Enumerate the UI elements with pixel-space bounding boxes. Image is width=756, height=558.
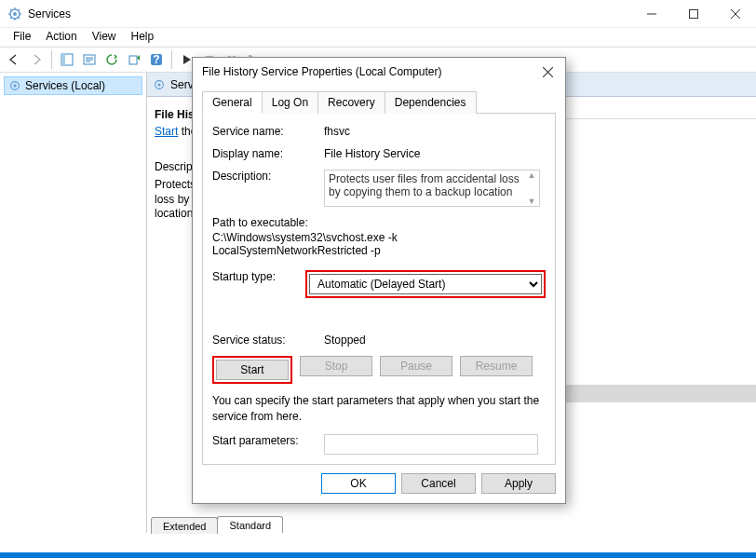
svg-rect-2 — [689, 9, 697, 18]
tree-item-services-local[interactable]: Services (Local) — [4, 76, 142, 95]
label-startup-type: Startup type: — [212, 270, 305, 283]
navigation-pane: Services (Local) — [0, 73, 147, 533]
maximize-button[interactable] — [672, 0, 714, 28]
svg-rect-4 — [61, 54, 65, 65]
stop-button: Stop — [300, 356, 372, 376]
description-box[interactable]: Protects user files from accidental loss… — [324, 170, 540, 207]
menu-file[interactable]: File — [6, 28, 38, 47]
svg-point-1 — [13, 12, 17, 16]
label-service-status: Service status: — [212, 333, 324, 347]
menu-action[interactable]: Action — [38, 28, 84, 47]
minimize-button[interactable] — [630, 0, 672, 28]
detail-pane-icon[interactable] — [57, 49, 77, 70]
apply-button[interactable]: Apply — [481, 473, 556, 494]
menu-help[interactable]: Help — [124, 28, 162, 47]
properties-icon[interactable] — [79, 49, 100, 70]
dialog-close-button[interactable] — [533, 59, 561, 85]
window-title: Services — [28, 7, 630, 20]
svg-text:?: ? — [153, 53, 159, 66]
refresh-icon[interactable] — [101, 49, 122, 70]
view-tabs: Extended Standard — [147, 512, 756, 533]
start-button[interactable]: Start — [216, 360, 289, 380]
resume-button: Resume — [460, 356, 533, 376]
highlight-startup-type: Automatic (Delayed Start) — [305, 270, 546, 298]
svg-point-14 — [13, 84, 16, 87]
window-border — [0, 552, 756, 558]
start-parameters-input[interactable] — [324, 434, 538, 455]
gear-icon — [8, 79, 21, 92]
tab-log-on[interactable]: Log On — [262, 91, 318, 114]
export-icon[interactable] — [124, 49, 144, 70]
dialog-title: File History Service Properties (Local C… — [202, 65, 533, 78]
value-service-name: fhsvc — [324, 125, 546, 138]
back-button[interactable] — [4, 49, 24, 70]
properties-dialog: File History Service Properties (Local C… — [192, 57, 566, 504]
tab-standard[interactable]: Standard — [217, 516, 283, 533]
scroll-up-icon[interactable]: ▲ — [528, 170, 536, 180]
value-service-status: Stopped — [324, 333, 546, 347]
tab-recovery[interactable]: Recovery — [317, 91, 385, 114]
menubar: File Action View Help — [0, 28, 756, 47]
tab-extended[interactable]: Extended — [151, 517, 218, 534]
value-display-name: File History Service — [324, 147, 546, 160]
svg-point-16 — [157, 83, 160, 86]
hint-text: You can specify the start parameters tha… — [212, 393, 546, 425]
svg-rect-6 — [129, 56, 137, 64]
label-description: Description: — [212, 170, 324, 183]
tree-item-label: Services (Local) — [25, 79, 105, 92]
menu-view[interactable]: View — [85, 28, 124, 47]
start-link[interactable]: Start — [155, 125, 178, 138]
highlight-start-button: Start — [212, 356, 292, 384]
forward-button[interactable] — [26, 49, 47, 70]
value-path: C:\Windows\system32\svchost.exe -k Local… — [212, 231, 546, 257]
tab-dependencies[interactable]: Dependencies — [385, 91, 477, 114]
scroll-down-icon[interactable]: ▼ — [528, 197, 536, 206]
services-icon — [7, 7, 22, 21]
value-description: Protects user files from accidental loss… — [329, 172, 520, 198]
label-path: Path to executable: — [212, 216, 546, 229]
startup-type-select[interactable]: Automatic (Delayed Start) — [309, 274, 542, 294]
ok-button[interactable]: OK — [321, 473, 396, 494]
close-button[interactable] — [714, 0, 756, 28]
cancel-button[interactable]: Cancel — [401, 473, 476, 494]
label-display-name: Display name: — [212, 147, 324, 160]
gear-icon — [153, 78, 166, 91]
pause-button: Pause — [380, 356, 452, 376]
label-service-name: Service name: — [212, 125, 324, 138]
help-icon[interactable]: ? — [146, 49, 167, 70]
window-titlebar: Services — [0, 0, 756, 28]
tab-general[interactable]: General — [202, 91, 263, 114]
label-start-parameters: Start parameters: — [212, 434, 324, 447]
